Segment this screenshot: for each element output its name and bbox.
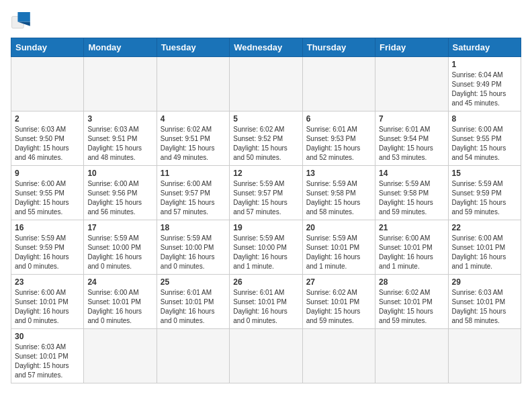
day-number: 16 — [15, 223, 80, 232]
calendar-cell — [84, 329, 157, 383]
calendar-cell: 24Sunrise: 6:00 AM Sunset: 10:01 PM Dayl… — [84, 275, 157, 329]
calendar-cell: 27Sunrise: 6:02 AM Sunset: 10:01 PM Dayl… — [302, 275, 375, 329]
calendar-cell: 12Sunrise: 5:59 AM Sunset: 9:57 PM Dayli… — [230, 166, 302, 220]
calendar-cell — [230, 329, 302, 383]
day-info: Sunrise: 6:03 AM Sunset: 10:01 PM Daylig… — [15, 342, 80, 380]
day-number: 1 — [452, 60, 517, 69]
day-number: 7 — [379, 114, 444, 124]
logo-icon — [11, 11, 32, 30]
calendar-cell — [230, 57, 302, 111]
day-info: Sunrise: 6:02 AM Sunset: 9:52 PM Dayligh… — [233, 125, 298, 163]
day-info: Sunrise: 6:03 AM Sunset: 10:01 PM Daylig… — [452, 288, 517, 326]
calendar-cell: 4Sunrise: 6:02 AM Sunset: 9:51 PM Daylig… — [157, 111, 229, 166]
day-number: 17 — [87, 223, 152, 232]
day-number: 15 — [452, 169, 517, 178]
day-number: 8 — [452, 114, 517, 124]
calendar-cell: 6Sunrise: 6:01 AM Sunset: 9:53 PM Daylig… — [302, 111, 375, 166]
day-number: 28 — [379, 277, 444, 287]
calendar-cell — [302, 57, 375, 111]
logo — [11, 11, 35, 30]
day-info: Sunrise: 5:59 AM Sunset: 10:00 PM Daylig… — [233, 234, 298, 271]
calendar-cell: 29Sunrise: 6:03 AM Sunset: 10:01 PM Dayl… — [448, 275, 521, 329]
calendar-cell: 16Sunrise: 5:59 AM Sunset: 9:59 PM Dayli… — [11, 220, 84, 275]
calendar-cell: 19Sunrise: 5:59 AM Sunset: 10:00 PM Dayl… — [230, 220, 302, 275]
day-number: 11 — [161, 169, 226, 178]
calendar-cell: 28Sunrise: 6:02 AM Sunset: 10:01 PM Dayl… — [375, 275, 448, 329]
day-info: Sunrise: 6:00 AM Sunset: 10:01 PM Daylig… — [15, 288, 80, 326]
calendar-week-row: 30Sunrise: 6:03 AM Sunset: 10:01 PM Dayl… — [11, 329, 521, 383]
day-info: Sunrise: 5:59 AM Sunset: 10:00 PM Daylig… — [87, 234, 152, 271]
weekday-header-friday: Friday — [375, 38, 448, 57]
day-number: 13 — [306, 169, 371, 178]
day-number: 14 — [379, 169, 444, 178]
day-info: Sunrise: 6:00 AM Sunset: 10:01 PM Daylig… — [452, 234, 517, 271]
calendar-cell — [375, 329, 448, 383]
day-number: 18 — [161, 223, 226, 232]
day-info: Sunrise: 6:00 AM Sunset: 9:55 PM Dayligh… — [452, 125, 517, 163]
calendar-cell: 23Sunrise: 6:00 AM Sunset: 10:01 PM Dayl… — [11, 275, 84, 329]
calendar-week-row: 1Sunrise: 6:04 AM Sunset: 9:49 PM Daylig… — [11, 57, 521, 111]
day-number: 3 — [87, 114, 152, 124]
day-info: Sunrise: 6:01 AM Sunset: 10:01 PM Daylig… — [161, 288, 226, 326]
day-info: Sunrise: 6:04 AM Sunset: 9:49 PM Dayligh… — [452, 71, 517, 108]
calendar-cell — [302, 329, 375, 383]
day-info: Sunrise: 5:59 AM Sunset: 9:58 PM Dayligh… — [379, 179, 444, 217]
calendar-cell: 15Sunrise: 5:59 AM Sunset: 9:59 PM Dayli… — [448, 166, 521, 220]
day-number: 19 — [233, 223, 298, 232]
day-info: Sunrise: 6:01 AM Sunset: 9:54 PM Dayligh… — [379, 125, 444, 163]
day-info: Sunrise: 6:03 AM Sunset: 9:50 PM Dayligh… — [15, 125, 80, 163]
calendar-cell: 10Sunrise: 6:00 AM Sunset: 9:56 PM Dayli… — [84, 166, 157, 220]
day-number: 24 — [87, 277, 152, 287]
weekday-header-monday: Monday — [84, 38, 157, 57]
day-number: 30 — [15, 332, 80, 341]
day-number: 12 — [233, 169, 298, 178]
calendar-cell: 18Sunrise: 5:59 AM Sunset: 10:00 PM Dayl… — [157, 220, 229, 275]
day-info: Sunrise: 6:00 AM Sunset: 9:57 PM Dayligh… — [161, 179, 226, 217]
calendar-cell: 3Sunrise: 6:03 AM Sunset: 9:51 PM Daylig… — [84, 111, 157, 166]
header — [11, 11, 521, 30]
calendar-cell — [84, 57, 157, 111]
day-number: 23 — [15, 277, 80, 287]
day-number: 20 — [306, 223, 371, 232]
calendar-cell: 8Sunrise: 6:00 AM Sunset: 9:55 PM Daylig… — [448, 111, 521, 166]
calendar-cell: 17Sunrise: 5:59 AM Sunset: 10:00 PM Dayl… — [84, 220, 157, 275]
svg-marker-1 — [17, 12, 30, 21]
day-info: Sunrise: 6:02 AM Sunset: 10:01 PM Daylig… — [379, 288, 444, 326]
day-number: 27 — [306, 277, 371, 287]
day-info: Sunrise: 5:59 AM Sunset: 9:59 PM Dayligh… — [452, 179, 517, 217]
calendar-week-row: 9Sunrise: 6:00 AM Sunset: 9:55 PM Daylig… — [11, 166, 521, 220]
day-number: 6 — [306, 114, 371, 124]
calendar-cell: 25Sunrise: 6:01 AM Sunset: 10:01 PM Dayl… — [157, 275, 229, 329]
day-info: Sunrise: 6:02 AM Sunset: 9:51 PM Dayligh… — [161, 125, 226, 163]
day-number: 5 — [233, 114, 298, 124]
weekday-header-row: SundayMondayTuesdayWednesdayThursdayFrid… — [11, 38, 521, 57]
calendar-cell: 26Sunrise: 6:01 AM Sunset: 10:01 PM Dayl… — [230, 275, 302, 329]
day-number: 21 — [379, 223, 444, 232]
day-info: Sunrise: 6:02 AM Sunset: 10:01 PM Daylig… — [306, 288, 371, 326]
calendar-cell: 9Sunrise: 6:00 AM Sunset: 9:55 PM Daylig… — [11, 166, 84, 220]
day-number: 26 — [233, 277, 298, 287]
day-info: Sunrise: 6:01 AM Sunset: 10:01 PM Daylig… — [233, 288, 298, 326]
weekday-header-sunday: Sunday — [11, 38, 84, 57]
calendar-cell — [157, 57, 229, 111]
day-info: Sunrise: 5:59 AM Sunset: 9:57 PM Dayligh… — [233, 179, 298, 217]
day-number: 2 — [15, 114, 80, 124]
weekday-header-thursday: Thursday — [302, 38, 375, 57]
day-info: Sunrise: 5:59 AM Sunset: 10:00 PM Daylig… — [161, 234, 226, 271]
calendar-week-row: 16Sunrise: 5:59 AM Sunset: 9:59 PM Dayli… — [11, 220, 521, 275]
day-info: Sunrise: 6:00 AM Sunset: 9:56 PM Dayligh… — [87, 179, 152, 217]
day-number: 22 — [452, 223, 517, 232]
weekday-header-wednesday: Wednesday — [230, 38, 302, 57]
day-info: Sunrise: 6:00 AM Sunset: 10:01 PM Daylig… — [379, 234, 444, 271]
weekday-header-saturday: Saturday — [448, 38, 521, 57]
calendar-cell: 2Sunrise: 6:03 AM Sunset: 9:50 PM Daylig… — [11, 111, 84, 166]
day-info: Sunrise: 6:01 AM Sunset: 9:53 PM Dayligh… — [306, 125, 371, 163]
day-number: 29 — [452, 277, 517, 287]
calendar-cell — [157, 329, 229, 383]
day-info: Sunrise: 5:59 AM Sunset: 9:58 PM Dayligh… — [306, 179, 371, 217]
calendar-cell: 13Sunrise: 5:59 AM Sunset: 9:58 PM Dayli… — [302, 166, 375, 220]
calendar-cell: 7Sunrise: 6:01 AM Sunset: 9:54 PM Daylig… — [375, 111, 448, 166]
calendar-week-row: 2Sunrise: 6:03 AM Sunset: 9:50 PM Daylig… — [11, 111, 521, 166]
calendar-cell: 30Sunrise: 6:03 AM Sunset: 10:01 PM Dayl… — [11, 329, 84, 383]
day-info: Sunrise: 6:03 AM Sunset: 9:51 PM Dayligh… — [87, 125, 152, 163]
